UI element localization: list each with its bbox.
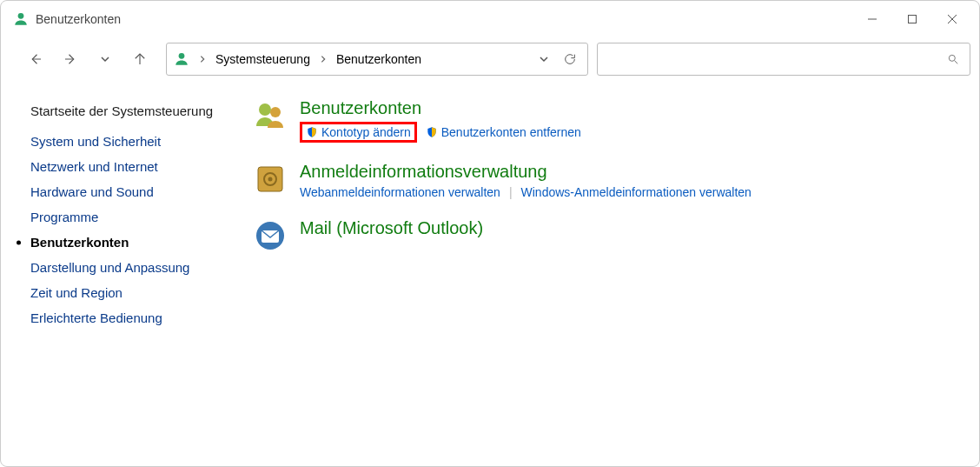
svg-point-12 xyxy=(270,107,281,117)
minimize-button[interactable] xyxy=(852,6,892,32)
content-body: Startseite der Systemsteuerung System un… xyxy=(1,83,979,466)
category-heading[interactable]: Anmeldeinformationsverwaltung xyxy=(300,162,752,182)
sidebar-item-system[interactable]: System und Sicherheit xyxy=(8,129,228,154)
sidebar-item-hardware[interactable]: Hardware und Sound xyxy=(8,179,228,204)
sidebar-item-network[interactable]: Netzwerk und Internet xyxy=(8,154,228,179)
svg-point-11 xyxy=(259,103,271,116)
svg-point-0 xyxy=(18,13,24,19)
sidebar-item-time-region[interactable]: Zeit und Region xyxy=(8,280,228,305)
sidebar-item-ease-of-access[interactable]: Erleichterte Bedienung xyxy=(8,305,228,330)
user-icon xyxy=(13,11,29,27)
link-change-account-type[interactable]: Kontotyp ändern xyxy=(321,125,411,139)
search-icon[interactable] xyxy=(944,53,963,65)
category-heading[interactable]: Mail (Microsoft Outlook) xyxy=(300,218,483,238)
refresh-icon[interactable] xyxy=(558,52,582,66)
back-button[interactable] xyxy=(25,49,46,70)
safe-icon xyxy=(253,162,288,197)
category-mail: Mail (Microsoft Outlook) xyxy=(253,218,962,253)
chevron-down-icon[interactable] xyxy=(533,54,554,64)
address-user-icon xyxy=(172,51,193,67)
sidebar-home-link[interactable]: Startseite der Systemsteuerung xyxy=(8,100,228,129)
sidebar: Startseite der Systemsteuerung System un… xyxy=(1,83,235,466)
svg-rect-2 xyxy=(909,16,917,23)
nav-buttons xyxy=(10,49,157,70)
titlebar: Benutzerkonten xyxy=(1,1,979,37)
maximize-button[interactable] xyxy=(892,6,932,32)
address-bar[interactable]: Systemsteuerung Benutzerkonten xyxy=(166,43,588,76)
users-icon xyxy=(253,98,288,133)
search-input[interactable] xyxy=(605,52,944,66)
app-window: Benutzerkonten xyxy=(0,0,980,467)
main-panel: Benutzerkonten Kontotyp ändern xyxy=(235,83,979,466)
mail-icon xyxy=(253,218,288,253)
window-title: Benutzerkonten xyxy=(36,12,121,26)
chevron-right-icon[interactable] xyxy=(317,55,329,63)
category-credential-manager: Anmeldeinformationsverwaltung Webanmelde… xyxy=(253,162,962,199)
svg-point-8 xyxy=(179,53,185,59)
forward-button[interactable] xyxy=(60,49,81,70)
sidebar-item-user-accounts[interactable]: Benutzerkonten xyxy=(8,230,228,255)
shield-icon xyxy=(426,126,438,138)
divider: | xyxy=(509,185,513,199)
breadcrumb-item[interactable]: Benutzerkonten xyxy=(333,50,425,68)
chevron-right-icon[interactable] xyxy=(196,55,209,63)
sidebar-list: System und Sicherheit Netzwerk und Inter… xyxy=(8,129,228,330)
sidebar-item-programs[interactable]: Programme xyxy=(8,204,228,230)
toolbar: Systemsteuerung Benutzerkonten xyxy=(1,37,979,83)
window-controls xyxy=(852,6,972,32)
link-remove-user-accounts[interactable]: Benutzerkonten entfernen xyxy=(426,125,581,139)
shield-icon xyxy=(306,126,318,138)
sidebar-item-appearance[interactable]: Darstellung und Anpassung xyxy=(8,255,228,280)
category-user-accounts: Benutzerkonten Kontotyp ändern xyxy=(253,98,962,143)
up-button[interactable] xyxy=(129,49,150,70)
close-button[interactable] xyxy=(932,6,972,32)
link-manage-web-credentials[interactable]: Webanmeldeinformationen verwalten xyxy=(300,185,500,199)
link-manage-windows-credentials[interactable]: Windows-Anmeldeinformationen verwalten xyxy=(521,185,752,199)
breadcrumb-item[interactable]: Systemsteuerung xyxy=(212,50,314,68)
link-label: Benutzerkonten entfernen xyxy=(441,125,581,139)
svg-point-15 xyxy=(268,177,273,182)
search-box[interactable] xyxy=(597,43,970,76)
highlighted-link: Kontotyp ändern xyxy=(300,122,417,143)
svg-line-10 xyxy=(955,61,958,64)
svg-point-9 xyxy=(949,55,955,61)
history-dropdown[interactable] xyxy=(95,49,116,70)
category-heading[interactable]: Benutzerkonten xyxy=(300,98,581,118)
